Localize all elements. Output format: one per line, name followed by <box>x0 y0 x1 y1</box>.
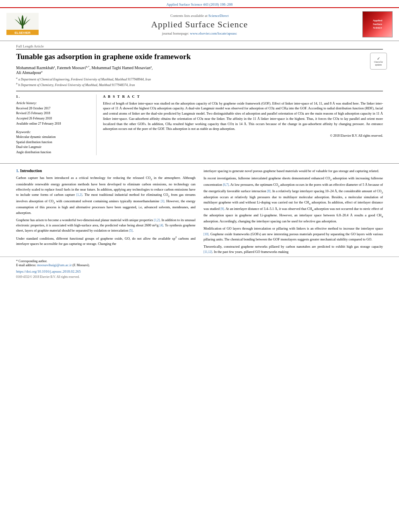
authors-line: Mohammad Razmkhaha, Fatemeh Moosavib,*, … <box>16 65 383 75</box>
abstract-header: A B S T R A C T <box>103 94 383 99</box>
body-two-col: 1. Introduction Carbon capture has been … <box>0 168 399 257</box>
email-label: E-mail address: <box>16 263 36 267</box>
journal-cover-image: AppliedSurfaceScience <box>362 11 393 37</box>
sciencedirect-link[interactable]: ScienceDirect <box>208 14 228 18</box>
ref-3[interactable]: [3] <box>160 199 164 203</box>
footnote-area: * Corresponding author. E-mail address: … <box>0 257 399 269</box>
abstract-text: Effect of length of linker inter-space w… <box>103 101 383 132</box>
article-info-col: 1. Article history: Received 28 October … <box>16 94 97 155</box>
received-date: Received 28 October 2017 <box>16 106 92 111</box>
affiliation-b: b b Department of Chemistry, Ferdowsi Un… <box>16 82 383 87</box>
homepage-link[interactable]: www.elsevier.com/locate/apsusc <box>190 31 237 35</box>
left-para-2: Graphene has arisen to become a wonderfu… <box>16 218 195 234</box>
body-left-col: 1. Introduction Carbon capture has been … <box>16 168 195 257</box>
ref-9[interactable]: [9] <box>220 207 224 211</box>
ref-1-2b[interactable]: [1,2] <box>154 218 160 222</box>
svg-rect-1 <box>22 26 23 29</box>
section1-title: Introduction <box>20 168 42 173</box>
section1-number: 1. <box>16 168 20 173</box>
journal-header: ELSEVIER Contents lists available at Sci… <box>0 7 399 41</box>
author-2: Fatemeh Moosavib,*, <box>57 66 92 70</box>
journal-top-bar: Applied Surface Science 443 (2018) 198–2… <box>0 0 399 7</box>
author-4: Ali Ahmadpoura <box>16 70 43 75</box>
article-main-title: Tunable gas adsorption in graphene oxide… <box>16 52 383 62</box>
body-right-col: interlayer spacing to generate novel por… <box>204 168 383 257</box>
copyright-line: © 2018 Elsevier B.V. All rights reserved… <box>103 134 383 138</box>
keyword-3: Dual-site Langmuir <box>16 145 92 150</box>
ref-8[interactable]: [8] <box>267 189 271 193</box>
email-suffix: (F. Moosavi). <box>72 263 90 267</box>
affiliation-a: a a Department of Chemical Engineering, … <box>16 76 383 81</box>
author-1: Mohammad Razmkhaha, <box>16 66 57 70</box>
keyword-2: Spatial distribution function <box>16 140 92 145</box>
doi-link[interactable]: https://doi.org/10.1016/j.apsusc.2018.02… <box>16 269 81 273</box>
body-left-text: Carbon capture has been introduced as a … <box>16 175 195 246</box>
journal-title-main: Applied Surface Science <box>47 19 352 30</box>
journal-header-right: AppliedSurfaceScience <box>356 11 393 37</box>
ref-10[interactable]: [10] <box>204 232 209 236</box>
accepted-date: Accepted 26 February 2018 <box>16 116 92 121</box>
abstract-col: A B S T R A C T Effect of length of link… <box>103 94 383 155</box>
journal-reference: Applied Surface Science 443 (2018) 198–2… <box>167 2 233 6</box>
article-dates: Received 28 October 2017 Revised 25 Febr… <box>16 106 92 127</box>
left-para-3: Under standard conditions, different fun… <box>16 235 195 246</box>
available-date: Available online 27 February 2018 <box>16 121 92 127</box>
section1-heading: 1. Introduction <box>16 168 195 173</box>
corresponding-author-note: * Corresponding author. <box>16 259 383 263</box>
email-address[interactable]: moosavihaigi@um.ac.ir <box>37 263 72 267</box>
left-para-1: Carbon capture has been introduced as a … <box>16 175 195 216</box>
article-info-header: 1. <box>16 94 92 99</box>
article-info-abstract-section: 1. Article history: Received 28 October … <box>16 91 383 155</box>
journal-header-center: Contents lists available at ScienceDirec… <box>47 14 352 35</box>
right-para-4: Theoretically, constructed graphene netw… <box>204 244 383 255</box>
check-updates-badge: ✓ Check forupdates <box>370 53 387 70</box>
keyword-1: Molecular dynamic simulation <box>16 135 92 140</box>
keywords-section: Keywords: Molecular dynamic simulation S… <box>16 130 92 155</box>
article-history-title: Article history: <box>16 101 92 105</box>
right-para-1: interlayer spacing to generate novel por… <box>204 168 383 174</box>
doi-area: https://doi.org/10.1016/j.apsusc.2018.02… <box>0 269 399 274</box>
ref-5[interactable]: [5] <box>129 229 133 232</box>
page-wrapper: Applied Surface Science 443 (2018) 198–2… <box>0 0 399 279</box>
ref-4[interactable]: [4] <box>160 224 163 227</box>
body-right-text: interlayer spacing to generate novel por… <box>204 168 383 255</box>
keyword-4: Angle distribution function <box>16 150 92 155</box>
svg-text:ELSEVIER: ELSEVIER <box>14 31 31 35</box>
issn-area: 0169-4332/© 2018 Elsevier B.V. All right… <box>0 274 399 279</box>
ref-1-2[interactable]: [1,2] <box>76 193 82 197</box>
email-line: E-mail address: moosavihaigi@um.ac.ir (F… <box>16 263 383 267</box>
revised-date: Revised 25 February 2018 <box>16 111 92 116</box>
sciencedirect-text: Contents lists available at ScienceDirec… <box>47 14 352 18</box>
ref-6-7[interactable]: [6,7] <box>223 183 228 187</box>
keywords-list: Molecular dynamic simulation Spatial dis… <box>16 135 92 155</box>
right-para-2: In recent investigations, fullerene inte… <box>204 176 383 224</box>
keywords-title: Keywords: <box>16 130 92 134</box>
elsevier-logo: ELSEVIER <box>6 13 39 35</box>
article-content: Full Length Article ✓ Check forupdates T… <box>0 41 399 158</box>
journal-header-left: ELSEVIER <box>6 13 43 36</box>
ref-11-12[interactable]: [11,12] <box>204 250 212 254</box>
article-type: Full Length Article <box>16 44 383 49</box>
author-3: Mohammad Taghi Hamed Mosaviana, <box>91 66 152 70</box>
body-divider <box>0 163 399 164</box>
journal-homepage: journal homepage: www.elsevier.com/locat… <box>47 31 352 35</box>
right-para-3: Modification of GO layers through interc… <box>204 226 383 242</box>
